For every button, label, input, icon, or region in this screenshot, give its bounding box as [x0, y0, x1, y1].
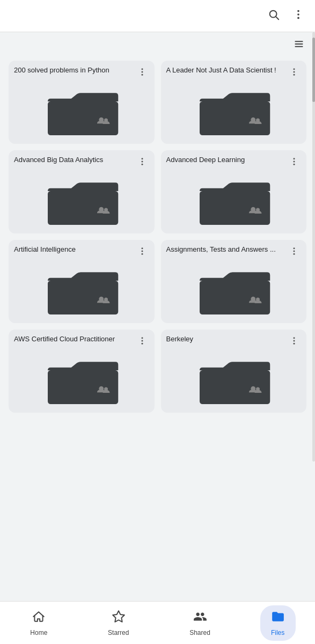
folder-icon-wrap [166, 85, 302, 138]
folder-svg-icon [196, 267, 271, 318]
svg-rect-47 [48, 370, 118, 404]
svg-point-27 [294, 161, 295, 163]
svg-point-15 [294, 71, 295, 73]
folder-card[interactable]: Assignments, Tests and Answers ... [161, 240, 307, 323]
folder-menu-button[interactable] [135, 335, 149, 349]
svg-point-9 [141, 71, 143, 73]
folder-card[interactable]: Advanced Big Data Analytics [9, 150, 155, 233]
svg-point-3 [297, 13, 299, 16]
svg-point-52 [294, 343, 295, 345]
home-nav-label: Home [30, 629, 47, 636]
svg-point-45 [141, 340, 143, 342]
folder-svg-icon [196, 177, 271, 228]
svg-point-51 [294, 340, 295, 342]
svg-point-8 [141, 68, 143, 70]
folder-menu-button[interactable] [287, 245, 301, 260]
folder-name: Assignments, Tests and Answers ... [166, 245, 288, 254]
svg-point-4 [297, 17, 299, 19]
svg-point-40 [294, 253, 295, 255]
folder-card-header: Artificial Intelligence [14, 245, 149, 260]
svg-rect-23 [48, 191, 118, 225]
scrollbar-track [312, 32, 315, 462]
folder-card-header: Advanced Deep Learning [166, 156, 302, 170]
folder-svg-icon [44, 177, 119, 228]
svg-rect-41 [200, 281, 270, 314]
folder-svg-icon [44, 356, 119, 407]
files-nav-icon [271, 610, 285, 627]
nav-item-shared[interactable]: Shared [179, 605, 221, 641]
header-actions [263, 4, 309, 27]
folder-svg-icon [196, 356, 271, 407]
folder-menu-button[interactable] [287, 66, 301, 80]
list-view-icon[interactable] [294, 39, 304, 52]
svg-point-20 [141, 158, 143, 159]
folder-menu-button[interactable] [287, 156, 301, 170]
home-nav-icon [32, 610, 46, 627]
folder-menu-button[interactable] [135, 66, 149, 80]
svg-rect-53 [200, 370, 270, 404]
files-nav-label: Files [271, 629, 284, 636]
folder-svg-icon [196, 87, 271, 138]
folder-card-header: Advanced Big Data Analytics [14, 156, 149, 170]
search-icon[interactable] [263, 4, 284, 27]
svg-point-33 [141, 251, 143, 252]
folder-icon-wrap [166, 354, 302, 407]
folder-svg-icon [44, 87, 119, 138]
folder-card-header: 200 solved problems in Python [14, 66, 149, 80]
svg-rect-11 [48, 101, 118, 135]
svg-point-28 [294, 164, 295, 165]
svg-point-44 [141, 337, 143, 339]
folder-card[interactable]: A Leader Not Just A Data Scientist ! [161, 61, 307, 144]
svg-marker-56 [113, 611, 124, 622]
folder-name: Advanced Big Data Analytics [14, 156, 135, 165]
svg-point-32 [141, 247, 143, 249]
folder-card[interactable]: 200 solved problems in Python [9, 61, 155, 144]
nav-item-starred[interactable]: Starred [97, 605, 140, 641]
svg-rect-5 [295, 41, 303, 42]
svg-point-22 [141, 164, 143, 165]
svg-point-14 [294, 68, 295, 70]
svg-point-39 [294, 251, 295, 252]
folder-card-header: AWS Certified Cloud Practitioner [14, 335, 149, 349]
svg-point-10 [141, 74, 143, 76]
folder-card-header: Assignments, Tests and Answers ... [166, 245, 302, 260]
folder-icon-wrap [14, 354, 149, 407]
folder-svg-icon [44, 267, 119, 318]
sort-bar [0, 32, 315, 56]
folder-icon-wrap [14, 174, 149, 228]
more-options-icon[interactable] [288, 4, 309, 27]
folder-name: 200 solved problems in Python [14, 66, 135, 75]
svg-rect-7 [295, 46, 303, 47]
folder-menu-button[interactable] [135, 156, 149, 170]
shared-nav-label: Shared [189, 629, 210, 636]
svg-point-16 [294, 74, 295, 76]
folder-icon-wrap [166, 174, 302, 228]
svg-rect-35 [48, 281, 118, 314]
folder-card-header: Berkeley [166, 335, 302, 349]
folder-menu-button[interactable] [287, 335, 301, 349]
nav-item-files[interactable]: Files [260, 605, 296, 641]
svg-point-26 [294, 158, 295, 159]
starred-nav-label: Starred [108, 629, 129, 636]
back-button[interactable] [6, 12, 15, 20]
svg-point-46 [141, 343, 143, 345]
svg-point-21 [141, 161, 143, 163]
folder-grid: 200 solved problems in Python [0, 56, 315, 421]
scrollbar-thumb [312, 38, 315, 102]
svg-line-1 [276, 17, 279, 19]
folder-icon-wrap [14, 264, 149, 318]
nav-item-home[interactable]: Home [19, 605, 58, 641]
folder-name: Advanced Deep Learning [166, 156, 288, 165]
svg-rect-17 [200, 101, 270, 135]
folder-menu-button[interactable] [135, 245, 149, 260]
folder-card[interactable]: Artificial Intelligence [9, 240, 155, 323]
app-header [0, 0, 315, 32]
svg-point-50 [294, 337, 295, 339]
folder-card[interactable]: Berkeley [161, 330, 307, 413]
folder-card[interactable]: Advanced Deep Learning [161, 150, 307, 233]
folder-name: A Leader Not Just A Data Scientist ! [166, 66, 288, 75]
svg-rect-6 [295, 43, 303, 45]
starred-nav-icon [112, 610, 126, 627]
svg-point-34 [141, 253, 143, 255]
folder-card[interactable]: AWS Certified Cloud Practitioner [9, 330, 155, 413]
